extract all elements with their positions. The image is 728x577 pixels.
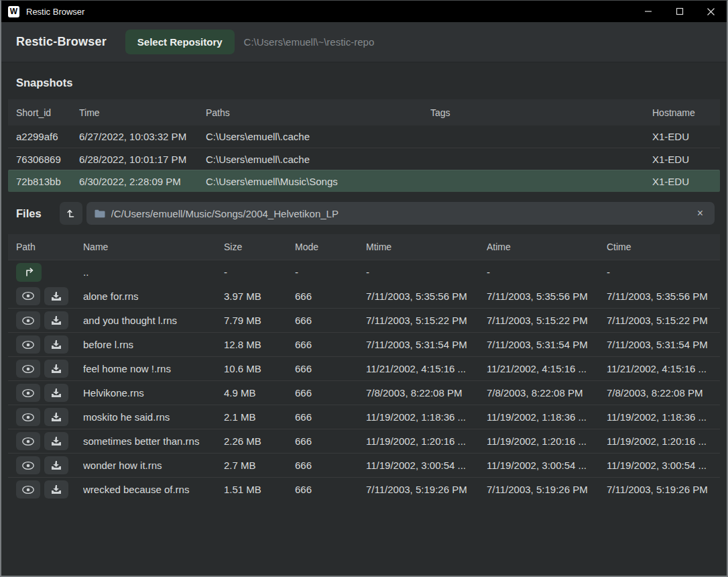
file-size: 1.51 MB [224, 484, 295, 495]
download-icon [51, 364, 62, 374]
download-file-button[interactable] [44, 408, 68, 426]
column-header-time: Time [79, 107, 206, 118]
snapshot-row[interactable]: a2299af66/27/2022, 10:03:32 PMC:\Users\e… [8, 125, 720, 148]
file-name: before l.rns [83, 339, 224, 350]
download-icon [51, 484, 62, 494]
window-controls [632, 1, 727, 22]
file-atime: 7/11/2003, 5:35:56 PM [487, 291, 607, 302]
preview-file-button[interactable] [16, 287, 40, 305]
download-file-button[interactable] [44, 456, 68, 474]
file-mode: 666 [295, 387, 366, 399]
maximize-button[interactable] [664, 1, 695, 22]
file-mode: 666 [295, 339, 366, 350]
file-name: and you thought l.rns [83, 315, 224, 326]
file-row: wonder how it.rns2.7 MB66611/19/2002, 3:… [8, 453, 720, 477]
file-size: 12.8 MB [224, 339, 295, 350]
file-name: sometimes better than.rns [83, 435, 224, 447]
eye-icon [21, 413, 35, 422]
download-file-button[interactable] [44, 432, 68, 450]
preview-file-button[interactable] [16, 480, 40, 499]
files-table-body: alone for.rns3.97 MB6667/11/2003, 5:35:5… [8, 284, 720, 501]
file-name: Helvikone.rns [83, 387, 224, 399]
download-file-button[interactable] [44, 287, 68, 305]
file-mode: 666 [295, 460, 366, 471]
snapshots-table: Short_id Time Paths Tags Hostname a2299a… [1, 99, 727, 192]
column-header-short-id: Short_id [16, 107, 79, 118]
preview-file-button[interactable] [16, 408, 40, 426]
preview-file-button[interactable] [16, 311, 40, 329]
file-ctime: 7/11/2003, 5:19:26 PM [607, 484, 716, 495]
file-name: wrecked because of.rns [83, 484, 224, 495]
preview-file-button[interactable] [16, 335, 40, 354]
file-ctime: 7/11/2003, 5:35:56 PM [607, 291, 716, 302]
download-file-button[interactable] [44, 311, 68, 329]
snapshots-heading: Snapshots [1, 62, 727, 99]
file-size: 7.79 MB [224, 315, 295, 326]
file-ctime: 11/21/2002, 4:15:16 ... [607, 363, 716, 374]
select-repository-button[interactable]: Select Repository [125, 30, 235, 54]
file-actions [16, 384, 83, 402]
files-table-header: Path Name Size Mode Mtime Atime Ctime [8, 234, 720, 260]
snapshot-row[interactable]: 763068696/28/2022, 10:01:17 PMC:\Users\e… [8, 148, 720, 170]
column-header-mtime: Mtime [366, 242, 487, 252]
up-right-arrow-icon [23, 267, 35, 277]
preview-file-button[interactable] [16, 384, 40, 402]
snapshot-short-id: 76306869 [16, 154, 79, 165]
window-title: Restic Browser [26, 7, 84, 17]
file-mode: - [295, 266, 366, 278]
file-mode: 666 [295, 411, 366, 423]
file-mtime: 11/19/2002, 1:18:36 ... [366, 411, 487, 423]
current-path-input[interactable]: /C/Users/emuell/Music/Songs/2004_Helveti… [86, 202, 715, 225]
snapshot-time: 6/28/2022, 10:01:17 PM [79, 154, 206, 165]
enter-parent-directory-button[interactable] [16, 263, 42, 282]
snapshot-row[interactable]: 72b813bb6/30/2022, 2:28:09 PMC:\Users\em… [8, 170, 720, 192]
file-ctime: - [607, 266, 716, 278]
snapshot-time: 6/27/2022, 10:03:32 PM [79, 131, 206, 142]
file-row: feel home now !.rns10.6 MB66611/21/2002,… [8, 356, 720, 380]
file-name: moskito he said.rns [83, 411, 224, 423]
eye-icon [21, 461, 35, 470]
eye-icon [21, 388, 35, 398]
column-header-hostname: Hostname [652, 107, 716, 118]
file-actions [16, 408, 83, 426]
download-file-button[interactable] [44, 384, 68, 402]
snapshot-paths: C:\Users\emuell\.cache [206, 131, 430, 142]
download-file-button[interactable] [44, 480, 68, 499]
preview-file-button[interactable] [16, 456, 40, 474]
clear-path-button[interactable]: × [694, 207, 707, 220]
file-name: feel home now !.rns [83, 363, 224, 374]
download-icon [51, 412, 62, 422]
file-actions [16, 480, 83, 499]
maximize-icon [676, 7, 684, 15]
close-button[interactable] [695, 1, 727, 22]
snapshot-paths: C:\Users\emuell\Music\Songs [206, 176, 430, 187]
snapshot-short-id: 72b813bb [16, 176, 79, 187]
repository-path: C:\Users\emuell\~\restic-repo [244, 36, 375, 48]
download-file-button[interactable] [44, 360, 68, 378]
files-bar: Files /C/Users/emuell/Music/Songs/2004_H… [1, 192, 727, 234]
file-atime: 11/21/2002, 4:15:16 ... [487, 363, 607, 374]
file-actions [16, 456, 83, 474]
go-up-button[interactable] [60, 202, 82, 225]
snapshot-time: 6/30/2022, 2:28:09 PM [79, 176, 206, 187]
files-heading: Files [16, 207, 42, 220]
file-mode: 666 [295, 315, 366, 326]
file-mtime: 11/19/2002, 3:00:54 ... [366, 460, 487, 471]
preview-file-button[interactable] [16, 360, 40, 378]
snapshots-table-body: a2299af66/27/2022, 10:03:32 PMC:\Users\e… [8, 125, 720, 192]
column-header-tags: Tags [430, 107, 652, 118]
file-ctime: 11/19/2002, 1:20:16 ... [607, 435, 716, 447]
file-ctime: 7/8/2003, 8:22:08 PM [607, 387, 716, 399]
file-actions [16, 335, 83, 354]
file-size: 10.6 MB [224, 363, 295, 374]
file-atime: - [487, 266, 607, 278]
minimize-button[interactable] [632, 1, 664, 22]
titlebar: W Restic Browser [1, 1, 727, 22]
close-icon [707, 7, 715, 16]
download-file-button[interactable] [44, 335, 68, 354]
preview-file-button[interactable] [16, 432, 40, 450]
file-row: sometimes better than.rns2.26 MB66611/19… [8, 429, 720, 453]
column-header-paths: Paths [206, 107, 430, 118]
snapshot-hostname: X1-EDU [652, 131, 716, 142]
download-icon [51, 460, 62, 470]
